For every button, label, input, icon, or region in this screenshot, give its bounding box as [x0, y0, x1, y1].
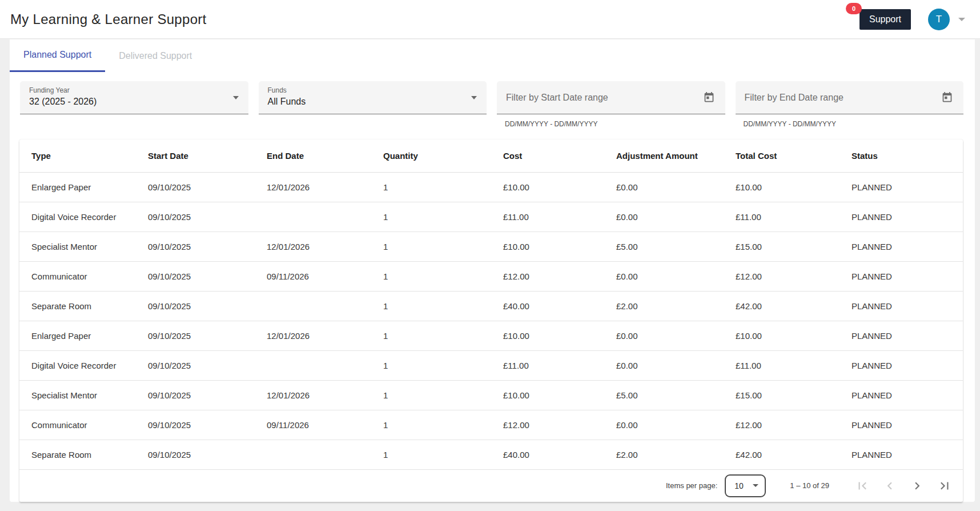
page-title: My Learning & Learner Support [10, 11, 207, 27]
cell-end-date: 12/01/2026 [255, 321, 371, 350]
start-date-range-input[interactable]: Filter by Start Date range [497, 81, 725, 114]
cell-end-date: 12/01/2026 [255, 172, 371, 202]
cell-type: Specialist Mentor [19, 231, 136, 261]
first-page-button[interactable] [849, 474, 876, 497]
cell-start-date: 09/10/2025 [136, 410, 255, 440]
cell-adjustment-amount: £5.00 [604, 380, 724, 410]
end-date-calendar-button[interactable] [939, 89, 955, 106]
cell-type: Enlarged Paper [19, 172, 136, 202]
table-row: Communicator09/10/202509/11/20261£12.00£… [19, 261, 963, 291]
tab-delivered-support-label: Delivered Support [119, 51, 192, 61]
cell-status: PLANNED [840, 440, 963, 469]
header-actions: 0 Support T [859, 9, 965, 30]
items-per-page-value: 10 [734, 481, 744, 490]
table-row: Separate Room09/10/20251£40.00£2.00£42.0… [19, 291, 963, 321]
cell-cost: £11.00 [491, 202, 604, 231]
cell-start-date: 09/10/2025 [136, 380, 255, 410]
previous-page-button[interactable] [876, 474, 903, 497]
cell-adjustment-amount: £2.00 [604, 291, 724, 321]
cell-type: Specialist Mentor [19, 380, 136, 410]
cell-end-date [255, 440, 371, 469]
cell-total-cost: £12.00 [724, 261, 840, 291]
column-header-cost: Cost [491, 139, 604, 172]
cell-end-date [255, 291, 371, 321]
items-per-page-select[interactable]: 10 [725, 474, 766, 497]
cell-cost: £40.00 [491, 291, 604, 321]
funds-label: Funds [268, 86, 464, 94]
last-page-icon [937, 478, 952, 493]
cell-status: PLANNED [840, 321, 963, 350]
filter-bar: Funding Year 32 (2025 - 2026) Funds All … [20, 81, 963, 128]
end-date-filter: Filter by End Date range DD/MM/YYYY - DD… [736, 81, 964, 128]
table-header-row: TypeStart DateEnd DateQuantityCostAdjust… [19, 139, 963, 172]
cell-status: PLANNED [840, 350, 963, 380]
cell-cost: £10.00 [491, 231, 604, 261]
support-button[interactable]: 0 Support [859, 9, 911, 30]
funding-year-filter: Funding Year 32 (2025 - 2026) [20, 81, 248, 114]
cell-start-date: 09/10/2025 [136, 172, 255, 202]
column-header-status: Status [840, 139, 963, 172]
table-row: Enlarged Paper09/10/202512/01/20261£10.0… [19, 321, 963, 350]
funding-year-value: 32 (2025 - 2026) [29, 97, 226, 107]
page-header: My Learning & Learner Support 0 Support … [0, 0, 980, 39]
support-button-label: Support [869, 14, 901, 24]
cell-quantity: 1 [371, 380, 491, 410]
calendar-icon [941, 91, 953, 103]
cell-total-cost: £12.00 [724, 410, 840, 440]
cell-status: PLANNED [840, 291, 963, 321]
tab-planned-support-label: Planned Support [23, 50, 91, 60]
avatar[interactable]: T [928, 9, 950, 30]
table-row: Digital Voice Recorder09/10/20251£11.00£… [19, 350, 963, 380]
cell-end-date: 12/01/2026 [255, 231, 371, 261]
content-card: Planned Support Delivered Support Fundin… [10, 39, 975, 502]
cell-end-date: 09/11/2026 [255, 261, 371, 291]
cell-adjustment-amount: £0.00 [604, 261, 724, 291]
cell-type: Separate Room [19, 440, 136, 469]
cell-adjustment-amount: £0.00 [604, 202, 724, 231]
next-page-button[interactable] [903, 474, 931, 497]
cell-type: Separate Room [19, 291, 136, 321]
app-viewport: My Learning & Learner Support 0 Support … [0, 0, 980, 511]
cell-cost: £12.00 [491, 261, 604, 291]
cell-quantity: 1 [371, 410, 491, 440]
cell-total-cost: £42.00 [724, 440, 840, 469]
funds-select[interactable]: Funds All Funds [259, 81, 487, 114]
column-header-total-cost: Total Cost [724, 139, 840, 172]
cell-status: PLANNED [840, 261, 963, 291]
cell-total-cost: £15.00 [724, 380, 840, 410]
cell-adjustment-amount: £0.00 [604, 350, 724, 380]
items-per-page-label: Items per page: [666, 481, 717, 490]
cell-status: PLANNED [840, 202, 963, 231]
cell-end-date [255, 202, 371, 231]
cell-start-date: 09/10/2025 [136, 321, 255, 350]
end-date-placeholder: Filter by End Date range [745, 93, 939, 103]
cell-status: PLANNED [840, 231, 963, 261]
column-header-start-date: Start Date [136, 139, 255, 172]
dropdown-arrow-icon [233, 96, 239, 99]
cell-status: PLANNED [840, 172, 963, 202]
start-date-format-hint: DD/MM/YYYY - DD/MM/YYYY [505, 120, 725, 128]
calendar-icon [703, 91, 715, 103]
tab-delivered-support[interactable]: Delivered Support [105, 39, 206, 72]
tab-planned-support[interactable]: Planned Support [10, 39, 105, 72]
cell-quantity: 1 [371, 440, 491, 469]
chevron-down-icon[interactable] [958, 18, 965, 21]
table-row: Digital Voice Recorder09/10/20251£11.00£… [19, 202, 963, 231]
cell-type: Communicator [19, 261, 136, 291]
cell-cost: £10.00 [491, 321, 604, 350]
funding-year-select[interactable]: Funding Year 32 (2025 - 2026) [20, 81, 248, 114]
funding-year-label: Funding Year [29, 86, 226, 94]
first-page-icon [855, 478, 870, 493]
cell-cost: £12.00 [491, 410, 604, 440]
start-date-placeholder: Filter by Start Date range [506, 93, 701, 103]
last-page-button[interactable] [931, 474, 958, 497]
column-header-type: Type [19, 139, 136, 172]
start-date-calendar-button[interactable] [701, 89, 717, 106]
end-date-range-input[interactable]: Filter by End Date range [736, 81, 964, 114]
cell-quantity: 1 [371, 350, 491, 380]
cell-start-date: 09/10/2025 [136, 202, 255, 231]
support-table: TypeStart DateEnd DateQuantityCostAdjust… [19, 139, 963, 470]
paginator: Items per page: 10 1 – 10 of 29 [19, 470, 963, 502]
page-range-label: 1 – 10 of 29 [790, 481, 829, 490]
table-row: Separate Room09/10/20251£40.00£2.00£42.0… [19, 440, 963, 469]
